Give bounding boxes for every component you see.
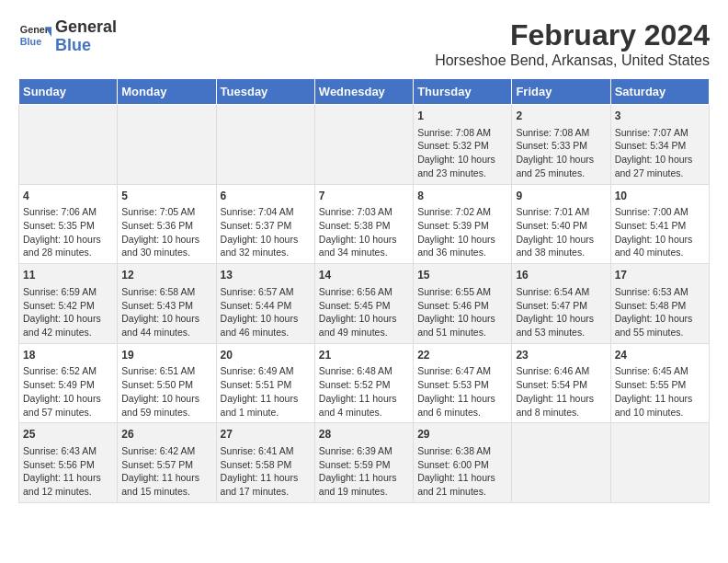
calendar-day-9: 9Sunrise: 7:01 AMSunset: 5:40 PMDaylight… xyxy=(512,184,610,264)
day-info: Sunrise: 6:49 AM xyxy=(221,364,311,378)
day-info: Sunset: 5:36 PM xyxy=(121,219,211,233)
day-info: Sunrise: 6:45 AM xyxy=(615,364,705,378)
day-info: and 46 minutes. xyxy=(221,326,311,339)
day-info: Sunset: 5:52 PM xyxy=(319,378,409,392)
day-info: Sunset: 5:41 PM xyxy=(615,219,705,233)
day-info: Sunrise: 6:55 AM xyxy=(417,285,507,299)
day-info: Daylight: 11 hours xyxy=(417,392,507,406)
day-info: Sunset: 5:49 PM xyxy=(23,378,113,392)
day-info: and 40 minutes. xyxy=(615,246,705,259)
day-info: and 27 minutes. xyxy=(615,167,705,180)
title-area: February 2024 Horseshoe Bend, Arkansas, … xyxy=(435,18,710,69)
day-number: 13 xyxy=(221,268,311,283)
calendar-week-3: 11Sunrise: 6:59 AMSunset: 5:42 PMDayligh… xyxy=(19,264,710,344)
day-number: 28 xyxy=(319,427,409,442)
day-info: Sunset: 5:58 PM xyxy=(221,458,311,472)
calendar-week-4: 18Sunrise: 6:52 AMSunset: 5:49 PMDayligh… xyxy=(19,343,710,423)
day-info: Sunset: 5:39 PM xyxy=(417,219,507,233)
day-info: Sunrise: 6:52 AM xyxy=(23,364,113,378)
day-number: 27 xyxy=(221,427,311,442)
day-info: Sunrise: 7:02 AM xyxy=(417,205,507,219)
empty-cell xyxy=(216,105,314,185)
calendar-day-2: 2Sunrise: 7:08 AMSunset: 5:33 PMDaylight… xyxy=(512,105,610,185)
day-info: Sunrise: 7:08 AM xyxy=(516,126,606,140)
calendar-day-28: 28Sunrise: 6:39 AMSunset: 5:59 PMDayligh… xyxy=(314,423,413,503)
calendar-day-10: 10Sunrise: 7:00 AMSunset: 5:41 PMDayligh… xyxy=(610,184,709,264)
calendar-day-26: 26Sunrise: 6:42 AMSunset: 5:57 PMDayligh… xyxy=(118,423,216,503)
calendar-day-22: 22Sunrise: 6:47 AMSunset: 5:53 PMDayligh… xyxy=(414,343,512,423)
calendar-week-5: 25Sunrise: 6:43 AMSunset: 5:56 PMDayligh… xyxy=(19,423,710,503)
day-info: Sunset: 5:33 PM xyxy=(516,139,606,153)
calendar-day-19: 19Sunrise: 6:51 AMSunset: 5:50 PMDayligh… xyxy=(118,343,216,423)
calendar-day-17: 17Sunrise: 6:53 AMSunset: 5:48 PMDayligh… xyxy=(610,264,709,344)
day-info: Sunrise: 7:03 AM xyxy=(319,205,409,219)
day-info: and 34 minutes. xyxy=(319,246,409,259)
day-info: Sunset: 5:38 PM xyxy=(319,219,409,233)
day-number: 18 xyxy=(23,348,113,363)
day-info: and 17 minutes. xyxy=(221,485,311,499)
calendar-day-12: 12Sunrise: 6:58 AMSunset: 5:43 PMDayligh… xyxy=(118,264,216,344)
day-info: Daylight: 10 hours xyxy=(516,233,606,247)
svg-text:Blue: Blue xyxy=(20,36,41,47)
day-info: Sunrise: 7:06 AM xyxy=(23,205,113,219)
day-number: 12 xyxy=(121,268,211,283)
calendar-week-2: 4Sunrise: 7:06 AMSunset: 5:35 PMDaylight… xyxy=(19,184,710,264)
day-info: and 10 minutes. xyxy=(615,406,705,419)
day-number: 3 xyxy=(615,109,705,124)
day-info: Sunset: 5:56 PM xyxy=(23,458,113,472)
calendar-day-13: 13Sunrise: 6:57 AMSunset: 5:44 PMDayligh… xyxy=(216,264,314,344)
day-info: Daylight: 10 hours xyxy=(417,233,507,247)
day-number: 26 xyxy=(121,427,211,442)
day-info: Daylight: 10 hours xyxy=(516,312,606,326)
day-number: 10 xyxy=(615,189,705,204)
day-number: 21 xyxy=(319,348,409,363)
calendar-day-11: 11Sunrise: 6:59 AMSunset: 5:42 PMDayligh… xyxy=(19,264,118,344)
day-info: and 28 minutes. xyxy=(23,246,113,259)
day-number: 22 xyxy=(417,348,507,363)
day-info: Sunset: 5:54 PM xyxy=(516,378,606,392)
day-number: 24 xyxy=(615,348,705,363)
calendar-day-20: 20Sunrise: 6:49 AMSunset: 5:51 PMDayligh… xyxy=(216,343,314,423)
day-info: Sunrise: 6:51 AM xyxy=(121,364,211,378)
day-info: Sunset: 5:44 PM xyxy=(221,299,311,313)
main-title: February 2024 xyxy=(435,18,710,52)
day-info: Sunrise: 6:58 AM xyxy=(121,285,211,299)
day-info: Sunrise: 7:04 AM xyxy=(221,205,311,219)
day-number: 16 xyxy=(516,268,606,283)
header-day-sunday: Sunday xyxy=(19,79,118,105)
day-info: Daylight: 11 hours xyxy=(417,471,507,485)
empty-cell xyxy=(512,423,610,503)
day-info: Daylight: 11 hours xyxy=(319,471,409,485)
day-info: Sunset: 5:47 PM xyxy=(516,299,606,313)
calendar-day-4: 4Sunrise: 7:06 AMSunset: 5:35 PMDaylight… xyxy=(19,184,118,264)
day-info: Daylight: 10 hours xyxy=(23,392,113,406)
day-info: Sunset: 5:35 PM xyxy=(23,219,113,233)
calendar-day-5: 5Sunrise: 7:05 AMSunset: 5:36 PMDaylight… xyxy=(118,184,216,264)
day-number: 4 xyxy=(23,189,113,204)
header-day-wednesday: Wednesday xyxy=(314,79,413,105)
day-info: Sunrise: 6:43 AM xyxy=(23,444,113,458)
calendar-day-23: 23Sunrise: 6:46 AMSunset: 5:54 PMDayligh… xyxy=(512,343,610,423)
day-info: Sunrise: 6:47 AM xyxy=(417,364,507,378)
day-info: Sunset: 5:37 PM xyxy=(221,219,311,233)
day-info: Sunset: 5:32 PM xyxy=(417,139,507,153)
calendar-day-27: 27Sunrise: 6:41 AMSunset: 5:58 PMDayligh… xyxy=(216,423,314,503)
day-number: 29 xyxy=(417,427,507,442)
day-info: and 53 minutes. xyxy=(516,326,606,339)
calendar-day-16: 16Sunrise: 6:54 AMSunset: 5:47 PMDayligh… xyxy=(512,264,610,344)
day-number: 14 xyxy=(319,268,409,283)
day-number: 5 xyxy=(121,189,211,204)
empty-cell xyxy=(19,105,118,185)
day-info: Sunrise: 6:59 AM xyxy=(23,285,113,299)
calendar-day-1: 1Sunrise: 7:08 AMSunset: 5:32 PMDaylight… xyxy=(414,105,512,185)
day-info: Sunrise: 6:38 AM xyxy=(417,444,507,458)
day-info: Sunset: 5:34 PM xyxy=(615,139,705,153)
day-info: Sunrise: 7:00 AM xyxy=(615,205,705,219)
calendar-day-14: 14Sunrise: 6:56 AMSunset: 5:45 PMDayligh… xyxy=(314,264,413,344)
day-info: Daylight: 11 hours xyxy=(23,471,113,485)
header: General Blue General Blue February 2024 … xyxy=(18,18,710,69)
logo-text: General Blue xyxy=(55,18,117,55)
calendar-day-29: 29Sunrise: 6:38 AMSunset: 6:00 PMDayligh… xyxy=(414,423,512,503)
day-info: Daylight: 11 hours xyxy=(516,392,606,406)
day-info: Daylight: 11 hours xyxy=(319,392,409,406)
